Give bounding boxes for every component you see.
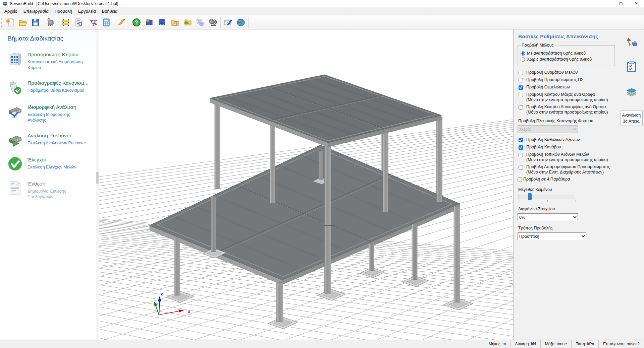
step-subtitle: Δημιουργία Έκθεσης Υπολογισμών xyxy=(28,189,88,200)
frame-elements-button[interactable] xyxy=(59,16,72,29)
procedure-steps-sidebar: Βήματα Διαδικασίας Προσομοίωση Κτιρίου Κ… xyxy=(0,29,99,340)
sidebar-scrollbar[interactable] xyxy=(96,29,99,340)
model-viewer-button[interactable] xyxy=(87,16,100,29)
lateral-load-select[interactable]: Χωρίς xyxy=(518,125,578,133)
checkbox-label[interactable]: Προβολή Κέντρου Δυσκαμψίας ανά Όροφο (Μό… xyxy=(526,105,608,115)
report-document-button[interactable] xyxy=(72,16,85,29)
mass-center-checkbox[interactable] xyxy=(519,93,523,97)
menu-edit[interactable]: Επεξεργασία xyxy=(20,8,52,15)
sidebar-item-checks[interactable]: Έλεγχοι Εκτέλεση Ελέγχων Μελών xyxy=(7,156,99,171)
minimize-button[interactable]: − xyxy=(598,0,613,7)
processor-settings-button[interactable] xyxy=(44,16,57,29)
3d-axes-cube-button[interactable] xyxy=(624,35,639,50)
menu-tools[interactable]: Εργαλεία xyxy=(75,8,99,15)
transparency-label: Διαφάνεια Στοιχείου xyxy=(518,207,615,211)
sidebar-item-building-modelling[interactable]: Προσομοίωση Κτιρίου Κατασκευαστική Διαμό… xyxy=(7,51,99,71)
texture-off-label[interactable]: Χωρίς αναπαράσταση υφής υλικού xyxy=(527,57,592,62)
member-names-checkbox[interactable] xyxy=(519,71,523,75)
video-tutorials-button[interactable] xyxy=(207,16,219,29)
checkbox-label[interactable]: Προβολή Τοπικών Αξόνων Μελών (Μόνο στην … xyxy=(526,152,608,162)
ps-model-checkbox[interactable] xyxy=(519,78,523,82)
website-globe-button[interactable] xyxy=(234,16,247,29)
forum-chat-icon xyxy=(196,18,205,27)
text-size-slider[interactable] xyxy=(518,194,575,199)
sidebar-item-report[interactable]: Έκθεση Δημιουργία Έκθεσης Υπολογισμών xyxy=(7,180,99,200)
checkbox-label[interactable]: Προβολή Κανάβου xyxy=(526,145,561,149)
save-file-icon xyxy=(31,18,40,27)
texture-off-radio[interactable] xyxy=(521,57,525,62)
checkbox-mass-center[interactable]: Προβολή Κέντρου Μάζας ανά Όροφο (Μόνο στ… xyxy=(518,92,615,102)
checkbox-four-windows[interactable]: Προβολή σε 4 Παράθυρα xyxy=(518,177,615,182)
checkbox-ps-model[interactable]: Προβολή Προσομοιώματος ΠΣ xyxy=(518,77,615,82)
manual-book-button[interactable] xyxy=(143,16,156,29)
menu-help[interactable]: Βοήθεια xyxy=(99,8,121,15)
view-mode-select[interactable]: Προοπτική xyxy=(518,232,586,240)
checkbox-label[interactable]: Προβολή Καθολικών Αξόνων xyxy=(526,137,580,142)
undeformed-checkbox[interactable] xyxy=(519,165,523,169)
refresh-3d-view-button[interactable]: Ανανέωση 3d Απεικ. xyxy=(621,111,643,126)
calculator-button[interactable] xyxy=(100,16,113,29)
frame-elements-icon xyxy=(61,18,70,27)
menu-view[interactable]: Προβολή xyxy=(52,8,75,15)
maximize-button[interactable]: ▢ xyxy=(613,0,629,7)
manual-book-icon xyxy=(145,18,154,27)
sidebar-scrollbar-thumb[interactable] xyxy=(96,172,99,184)
forum-chat-button[interactable] xyxy=(194,16,207,29)
grid-checkbox[interactable] xyxy=(519,145,523,150)
sidebar-item-pushover-analysis[interactable]: Ανάλυση Pushover Εκτέλεση Αναλύσεων Push… xyxy=(7,132,99,147)
save-file-button[interactable] xyxy=(29,16,42,29)
help-button[interactable]: ? xyxy=(130,16,143,29)
swap-folder-button[interactable] xyxy=(181,16,194,29)
local-axes-checkbox[interactable] xyxy=(519,153,523,157)
texture-on-radio[interactable] xyxy=(521,51,525,56)
texture-on-label[interactable]: Με αναπαράσταση υφής υλικού xyxy=(527,51,586,56)
checkbox-label[interactable]: Προβολή Ονομάτων Μελών xyxy=(526,70,578,75)
project-folder-button[interactable] xyxy=(168,16,181,29)
status-mass-unit: Μάζα: tonne xyxy=(540,340,571,348)
display-brush-button[interactable] xyxy=(115,16,128,29)
sidebar-header: Βήματα Διαδικασίας xyxy=(7,35,99,42)
toolbar-separator xyxy=(58,17,58,28)
checkbox-stiffness-center[interactable]: Προβολή Κέντρου Δυσκαμψίας ανά Όροφο (Μό… xyxy=(518,105,615,115)
verified-book-button[interactable] xyxy=(156,16,168,29)
model-3d-viewport[interactable]: x z y xyxy=(99,29,513,340)
svg-text:z: z xyxy=(161,291,163,296)
checkbox-member-names[interactable]: Προβολή Ονομάτων Μελών xyxy=(518,70,615,75)
stiffness-center-checkbox[interactable] xyxy=(519,105,523,110)
sidebar-item-eigenvalue-analysis[interactable]: Ιδιομορφική Ανάλυση Εκτέλεση Ιδιομορφική… xyxy=(7,103,99,123)
checkbox-undeformed[interactable]: Προβολή Απαραμόρφωτου Προσομοιώματος (Μό… xyxy=(518,164,615,175)
checkbox-grid[interactable]: Προβολή Κανάβου xyxy=(518,145,615,150)
toolbar-separator xyxy=(129,17,129,28)
step-subtitle: Εκτέλεση Αναλύσεων Pushover xyxy=(28,140,88,146)
checkbox-label[interactable]: Προβολή σε 4 Παράθυρα xyxy=(523,177,570,182)
checkbox-note: (Μόνο στην ενότητα προσομοίωσης κτιρίου) xyxy=(526,97,608,102)
open-file-button[interactable] xyxy=(16,16,29,29)
transparency-select[interactable]: 0% xyxy=(518,213,578,221)
checkbox-global-axes[interactable]: Προβολή Καθολικών Αξόνων xyxy=(518,137,615,142)
checkbox-label[interactable]: Προβολή Κέντρου Μάζας ανά Όροφο (Μόνο στ… xyxy=(526,92,608,102)
status-force-unit: Δύναμη: kN xyxy=(510,340,540,348)
menu-file[interactable]: Αρχείο xyxy=(1,8,20,15)
checkbox-label[interactable]: Προβολή Προσομοιώματος ΠΣ xyxy=(526,77,584,82)
foundations-checkbox[interactable] xyxy=(519,85,523,90)
four-windows-checkbox[interactable] xyxy=(518,178,522,182)
building-3d-scene: x z y xyxy=(99,29,513,340)
toolbar-separator xyxy=(220,17,221,28)
checkbox-local-axes[interactable]: Προβολή Τοπικών Αξόνων Μελών (Μόνο στην … xyxy=(518,152,615,162)
view-mode-label: Τρόπος Προβολής xyxy=(518,226,615,230)
step-subtitle: Παράμετροι βάσει Κανονισμού xyxy=(28,88,88,93)
eigen-analysis-icon xyxy=(7,103,23,119)
step-title: Έλεγχοι xyxy=(28,157,88,163)
checkbox-foundations[interactable]: Προβολή Θεμελιώσεων xyxy=(518,85,615,90)
email-support-button[interactable] xyxy=(222,16,234,29)
right-tool-strip: Ανανέωση 3d Απεικ. xyxy=(619,29,644,340)
layers-button[interactable] xyxy=(624,84,639,99)
checklist-button[interactable] xyxy=(624,60,639,74)
global-axes-checkbox[interactable] xyxy=(519,138,523,142)
slider-ticks xyxy=(519,200,576,202)
checkbox-label[interactable]: Προβολή Απαραμόρφωτου Προσομοιώματος (Μό… xyxy=(526,164,610,175)
checkbox-label[interactable]: Προβολή Θεμελιώσεων xyxy=(526,85,570,89)
sidebar-item-code-requirements[interactable]: Προδιαγραφές Κανονισμ... Παράμετροι βάσε… xyxy=(7,79,99,95)
close-button[interactable]: ✕ xyxy=(629,0,644,7)
new-file-button[interactable] xyxy=(4,16,16,29)
